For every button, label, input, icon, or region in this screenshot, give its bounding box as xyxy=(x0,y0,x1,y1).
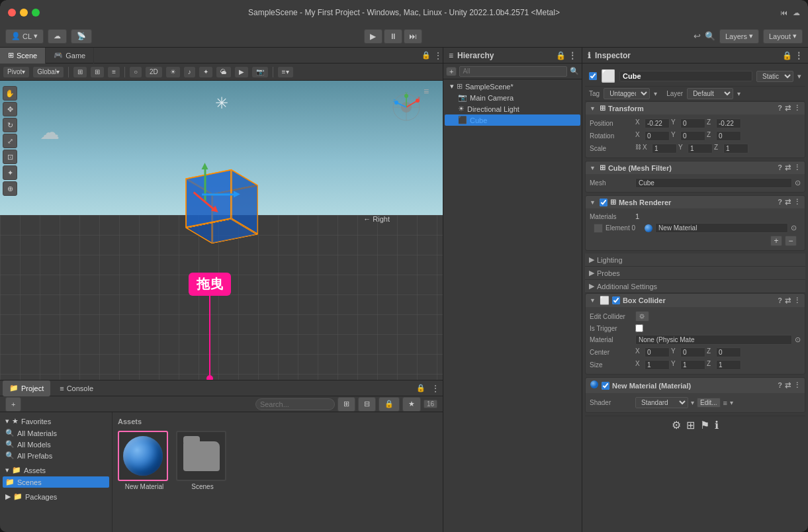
sky-btn[interactable]: 🌥 xyxy=(216,66,232,78)
inspector-lock-icon[interactable]: 🔒 xyxy=(782,51,792,60)
asset-new-material[interactable]: New Material xyxy=(118,431,171,490)
layer-icon[interactable]: ⊞ xyxy=(686,419,695,431)
project-menu-dots[interactable]: ⋮ xyxy=(431,383,440,394)
mesh-picker-icon[interactable]: ⊙ xyxy=(795,179,801,187)
collider-material-picker-icon[interactable]: ⊙ xyxy=(795,335,801,344)
light-btn[interactable]: ☀ xyxy=(165,66,181,78)
center-z-input[interactable] xyxy=(716,347,741,357)
project-view-btn[interactable]: ⊞ xyxy=(337,397,355,412)
ruler-btn[interactable]: ≡ xyxy=(107,66,120,78)
collapse-transform-icon[interactable]: ▼ xyxy=(590,105,596,112)
favorites-all-prefabs[interactable]: 🔍 All Prefabs xyxy=(3,450,109,461)
scene-menu-dots[interactable]: ⋮ xyxy=(433,50,443,61)
project-lock-icon[interactable]: 🔒 xyxy=(416,384,426,392)
undo-icon[interactable]: ↩ xyxy=(694,31,701,41)
rotation-x-input[interactable] xyxy=(645,131,670,141)
hierarchy-item-maincamera[interactable]: 📷 Main Camera xyxy=(445,92,580,103)
box-collider-active-checkbox[interactable] xyxy=(612,296,620,304)
collapse-meshrenderer-icon[interactable]: ▼ xyxy=(590,199,596,206)
rotate-tool[interactable]: ↻ xyxy=(3,118,17,132)
search-icon[interactable]: 🔍 xyxy=(570,67,579,75)
box-collider-header[interactable]: ▼ ⬜ Box Collider ? ⇄ ⋮ xyxy=(586,294,805,307)
packages-section[interactable]: ▶ 📁 Packages xyxy=(3,490,109,503)
size-z-input[interactable] xyxy=(716,360,741,370)
material-menu-icon[interactable]: ⋮ xyxy=(793,381,801,390)
snap-btn[interactable]: ⊞ xyxy=(90,66,105,78)
probes-section[interactable]: ▶ Probes xyxy=(585,267,805,280)
collider-material-input[interactable] xyxy=(635,335,792,345)
size-y-input[interactable] xyxy=(680,360,705,370)
favorites-all-models[interactable]: 🔍 All Models xyxy=(3,439,109,450)
cloud-btn[interactable]: ☁ xyxy=(48,29,67,44)
gear-icon[interactable]: ⚙ xyxy=(672,419,681,431)
hierarchy-menu-dots[interactable]: ⋮ xyxy=(568,51,576,60)
maximize-button[interactable] xyxy=(32,9,40,17)
minimize-button[interactable] xyxy=(20,9,28,17)
step-button[interactable]: ⏭ xyxy=(404,29,422,44)
assets-scenes[interactable]: 📁 Scenes xyxy=(3,476,109,488)
tag-dropdown[interactable]: Untagged xyxy=(604,88,650,99)
lock-icon[interactable]: 🔒 xyxy=(422,51,431,60)
transform-tool[interactable]: ✦ xyxy=(3,165,17,180)
project-options-btn[interactable]: ⊟ xyxy=(358,397,376,412)
tab-project[interactable]: 📁 Project xyxy=(3,380,50,396)
hierarchy-item-directionallight[interactable]: ☀ Directional Light xyxy=(445,103,580,114)
mesh-filter-header[interactable]: ▼ ⊞ Cube (Mesh Filter) ? ⇄ ⋮ xyxy=(586,161,805,174)
asset-folder-thumb[interactable] xyxy=(176,431,226,481)
edit-shader-btn[interactable]: Edit... xyxy=(697,398,721,408)
fx-btn[interactable]: ✦ xyxy=(199,66,213,78)
hierarchy-lock-icon[interactable]: 🔒 xyxy=(556,51,566,60)
boxcollider-help-icon[interactable]: ? xyxy=(778,296,782,305)
inspector-menu-dots[interactable]: ⋮ xyxy=(795,51,803,60)
material-view-btn[interactable]: ≡ xyxy=(723,399,727,407)
collapse-meshfilter-icon[interactable]: ▼ xyxy=(590,165,596,171)
meshfilter-settings-icon[interactable]: ⇄ xyxy=(785,163,791,172)
material-component-active-checkbox[interactable] xyxy=(602,382,609,390)
layout-dropdown[interactable]: Layout ▾ xyxy=(763,29,803,44)
add-hierarchy-btn[interactable]: + xyxy=(446,67,457,76)
hierarchy-item-cube[interactable]: ⬛ Cube xyxy=(445,114,580,126)
transform-help-icon[interactable]: ? xyxy=(778,104,782,112)
project-filter-btn[interactable]: ★ xyxy=(402,397,421,412)
play-button[interactable]: ▶ xyxy=(364,29,382,44)
rect-btn[interactable]: ○ xyxy=(129,66,142,78)
object-active-checkbox[interactable] xyxy=(589,72,597,80)
transform-settings-icon[interactable]: ⇄ xyxy=(785,104,791,112)
meshrenderer-menu-icon[interactable]: ⋮ xyxy=(793,198,801,206)
custom-tool[interactable]: ⊕ xyxy=(3,181,17,196)
scale-x-input[interactable] xyxy=(652,144,677,154)
add-asset-btn[interactable]: + xyxy=(5,397,21,412)
move-tool[interactable]: ✥ xyxy=(3,102,17,116)
transform-menu-icon[interactable]: ⋮ xyxy=(793,104,801,112)
hierarchy-item-samplescene[interactable]: ▾ ⊞ SampleScene* xyxy=(445,81,580,92)
position-y-input[interactable] xyxy=(680,118,705,128)
transform-header[interactable]: ▼ ⊞ Transform ? ⇄ ⋮ xyxy=(586,102,805,114)
assets-section[interactable]: ▾ 📁 Assets xyxy=(3,464,109,476)
size-x-input[interactable] xyxy=(645,360,670,370)
scene-canvas[interactable]: ✳ ☁ ✋ ✥ ↻ ⤢ ⊡ ✦ ⊕ xyxy=(0,81,443,380)
material-settings-icon[interactable]: ⇄ xyxy=(785,381,791,390)
search-icon[interactable]: 🔍 xyxy=(705,31,715,41)
material-component-header[interactable]: New Material (Material) ? ⇄ ⋮ xyxy=(586,378,805,393)
rect-tool[interactable]: ⊡ xyxy=(3,150,17,164)
static-arrow-icon[interactable]: ▾ xyxy=(797,72,801,81)
scale-y-input[interactable] xyxy=(688,144,713,154)
remove-material-btn[interactable]: − xyxy=(785,236,797,246)
hand-tool[interactable]: ✋ xyxy=(3,86,17,101)
anim-btn[interactable]: ▶ xyxy=(234,66,249,78)
center-y-input[interactable] xyxy=(680,347,705,357)
asset-scenes[interactable]: Scenes xyxy=(176,431,229,490)
additional-settings-section[interactable]: ▶ Additional Settings xyxy=(585,280,805,293)
view-gizmo[interactable]: X Y Z xyxy=(390,91,423,124)
meshfilter-help-icon[interactable]: ? xyxy=(778,163,782,172)
static-dropdown[interactable]: Static xyxy=(756,71,793,82)
add-material-btn[interactable]: + xyxy=(770,236,782,246)
cloud-icon[interactable]: ☁ xyxy=(793,9,800,17)
mesh-renderer-active-checkbox[interactable] xyxy=(600,199,607,206)
boxcollider-settings-icon[interactable]: ⇄ xyxy=(785,296,791,305)
scale-tool[interactable]: ⤢ xyxy=(3,134,17,148)
audio-btn[interactable]: ♪ xyxy=(183,66,196,78)
camera-btn[interactable]: 📷 xyxy=(251,66,269,78)
favorites-all-materials[interactable]: 🔍 All Materials xyxy=(3,427,109,439)
project-lock-btn[interactable]: 🔒 xyxy=(379,397,400,412)
